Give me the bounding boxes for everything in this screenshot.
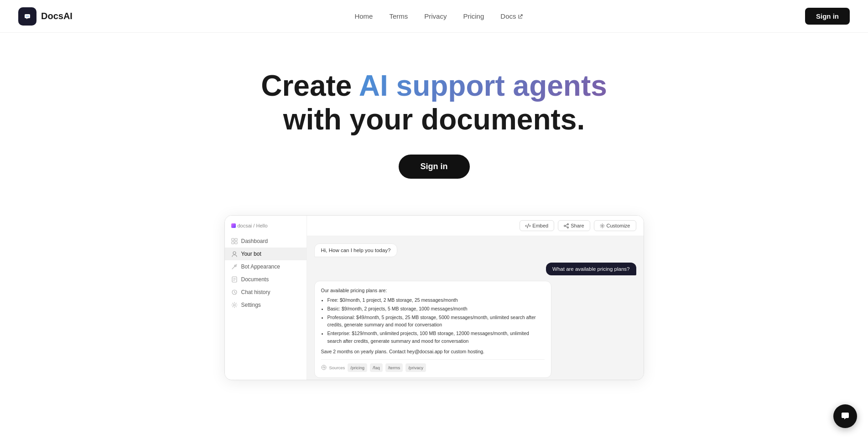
sidebar-item-botappearance[interactable]: Bot Appearance bbox=[225, 260, 307, 273]
breadcrumb-dot bbox=[231, 223, 236, 228]
sidebar-label-dashboard: Dashboard bbox=[241, 238, 268, 244]
nav-home[interactable]: Home bbox=[354, 12, 373, 20]
history-icon bbox=[231, 289, 238, 295]
chat-sources: Sources /pricing /faq /terms /privacy bbox=[321, 359, 545, 372]
list-item: Basic: $9/month, 2 projects, 5 MB storag… bbox=[327, 305, 545, 313]
svg-point-2 bbox=[27, 15, 28, 16]
list-item: Professional: $49/month, 5 projects, 25 … bbox=[327, 314, 545, 329]
chat-user-question: What are available pricing plans? bbox=[546, 263, 636, 275]
hero-section: Create AI support agents with your docum… bbox=[0, 33, 868, 206]
sidebar-item-documents[interactable]: Documents bbox=[225, 273, 307, 286]
demo-inner: docsai / Hello Dashboard bbox=[225, 216, 644, 380]
brand-logo[interactable]: DocsAI bbox=[18, 7, 73, 26]
svg-point-16 bbox=[567, 223, 569, 225]
chat-response-list: Free: $0/month, 1 project, 2 MB storage,… bbox=[327, 296, 545, 345]
svg-point-18 bbox=[567, 227, 569, 228]
hero-title-plain: Create bbox=[261, 69, 359, 102]
breadcrumb-text: docsai / Hello bbox=[238, 223, 268, 228]
svg-point-8 bbox=[233, 252, 236, 254]
list-item: Free: $0/month, 1 project, 2 MB storage,… bbox=[327, 296, 545, 304]
sources-label: Sources bbox=[329, 364, 345, 371]
chat-area: Hi, How can I help you today? What are a… bbox=[307, 236, 644, 380]
settings-icon bbox=[231, 302, 238, 308]
documents-icon bbox=[231, 276, 238, 283]
nav-pricing[interactable]: Pricing bbox=[463, 12, 484, 20]
svg-point-21 bbox=[602, 225, 603, 227]
navbar: DocsAI Home Terms Privacy Pricing Docs S… bbox=[0, 0, 868, 33]
share-icon bbox=[564, 223, 569, 228]
svg-point-3 bbox=[28, 15, 29, 16]
hero-title-highlight: AI support agents bbox=[359, 69, 607, 102]
svg-rect-6 bbox=[232, 242, 234, 244]
nav-privacy[interactable]: Privacy bbox=[424, 12, 447, 20]
hero-subtitle: with your documents. bbox=[283, 103, 585, 136]
source-tag-terms: /terms bbox=[385, 363, 403, 372]
demo-main: Embed Share bbox=[307, 216, 644, 380]
sources-icon bbox=[321, 365, 327, 370]
nav-terms[interactable]: Terms bbox=[389, 12, 408, 20]
demo-breadcrumb: docsai / Hello bbox=[225, 223, 307, 235]
demo-wrapper: docsai / Hello Dashboard bbox=[0, 206, 868, 408]
svg-rect-5 bbox=[235, 238, 237, 241]
svg-point-1 bbox=[26, 15, 27, 16]
brand-name: DocsAI bbox=[41, 11, 73, 21]
source-tag-faq: /faq bbox=[370, 363, 383, 372]
hero-signin-button[interactable]: Sign in bbox=[399, 155, 470, 179]
nav-docs[interactable]: Docs bbox=[500, 12, 523, 20]
svg-rect-4 bbox=[232, 238, 234, 241]
sidebar-item-yourbot[interactable]: Your bot bbox=[225, 248, 307, 260]
demo-toolbar: Embed Share bbox=[307, 216, 644, 236]
sidebar-label-chathistory: Chat history bbox=[241, 289, 270, 295]
demo-container: docsai / Hello Dashboard bbox=[224, 215, 644, 380]
navbar-signin-button[interactable]: Sign in bbox=[805, 8, 850, 25]
chat-bot-response: Our available pricing plans are: Free: $… bbox=[314, 281, 551, 378]
demo-sidebar: docsai / Hello Dashboard bbox=[225, 216, 307, 380]
svg-line-19 bbox=[566, 224, 567, 225]
external-link-icon bbox=[518, 14, 523, 19]
dashboard-icon bbox=[231, 238, 238, 244]
svg-line-20 bbox=[566, 226, 567, 227]
source-tag-privacy: /privacy bbox=[405, 363, 426, 372]
appearance-icon bbox=[231, 263, 238, 270]
sidebar-label-settings: Settings bbox=[241, 302, 261, 308]
list-item: Enterprise: $129/month, unlimited projec… bbox=[327, 330, 545, 345]
source-tag-pricing: /pricing bbox=[348, 363, 367, 372]
bot-icon bbox=[231, 251, 238, 257]
svg-rect-7 bbox=[235, 242, 237, 244]
nav-links: Home Terms Privacy Pricing Docs bbox=[354, 12, 523, 20]
embed-icon bbox=[525, 223, 530, 228]
sidebar-item-settings[interactable]: Settings bbox=[225, 299, 307, 311]
sidebar-item-chathistory[interactable]: Chat history bbox=[225, 286, 307, 299]
svg-point-15 bbox=[234, 304, 235, 306]
customize-button[interactable]: Customize bbox=[594, 220, 636, 231]
sidebar-label-yourbot: Your bot bbox=[241, 251, 261, 257]
svg-point-17 bbox=[564, 225, 566, 227]
sidebar-item-dashboard[interactable]: Dashboard bbox=[225, 235, 307, 248]
logo-icon bbox=[18, 7, 36, 26]
customize-icon bbox=[600, 223, 605, 228]
embed-button[interactable]: Embed bbox=[520, 220, 554, 231]
sidebar-label-botappearance: Bot Appearance bbox=[241, 263, 280, 270]
chat-greeting: Hi, How can I help you today? bbox=[314, 243, 398, 257]
nav-right: Sign in bbox=[805, 8, 850, 25]
chat-response-intro: Our available pricing plans are: bbox=[321, 287, 545, 294]
hero-title: Create AI support agents with your docum… bbox=[261, 69, 607, 136]
share-button[interactable]: Share bbox=[558, 220, 590, 231]
chat-response-footer: Save 2 months on yearly plans. Contact h… bbox=[321, 348, 545, 356]
sidebar-label-documents: Documents bbox=[241, 276, 269, 283]
